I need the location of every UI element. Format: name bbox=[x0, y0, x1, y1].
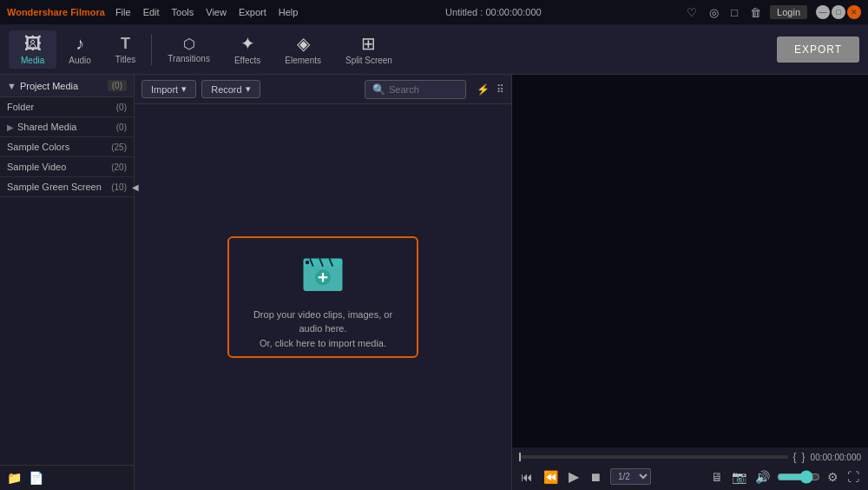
main-toolbar: 🖼 Media ♪ Audio T Titles ⬡ Transitions ✦… bbox=[0, 24, 868, 75]
record-chevron-icon: ▾ bbox=[246, 83, 251, 95]
preview-controls: { } 00:00:00:000 ⏮ ⏪ ▶ ⏹ 1/2 1/4 Full 🖥 … bbox=[512, 447, 868, 490]
project-media-count: (0) bbox=[108, 80, 127, 91]
toolbar-effects[interactable]: ✦ Effects bbox=[222, 30, 273, 69]
menu-bar: File Edit Tools View Export Help bbox=[110, 5, 303, 19]
elements-label: Elements bbox=[285, 56, 321, 65]
sample-video-count: (20) bbox=[111, 162, 127, 172]
center-icons: ⚡ ⠿ bbox=[477, 83, 504, 96]
record-button[interactable]: Record ▾ bbox=[201, 80, 260, 98]
frame-back-button[interactable]: ⏪ bbox=[542, 468, 560, 486]
window-controls: — □ ✕ bbox=[816, 5, 861, 19]
media-icon: 🖼 bbox=[24, 34, 42, 54]
toolbar-splitscreen[interactable]: ⊞ Split Screen bbox=[333, 30, 404, 69]
snapshot-icon[interactable]: 📷 bbox=[730, 468, 748, 486]
import-button[interactable]: Import ▾ bbox=[141, 80, 196, 98]
fullscreen-icon[interactable]: ⛶ bbox=[845, 468, 861, 486]
sidebar-item-sample-green-screen[interactable]: Sample Green Screen (10) ◀ bbox=[0, 177, 134, 197]
preview-right-controls: 🖥 📷 🔊 ⚙ ⛶ bbox=[709, 468, 861, 486]
transitions-icon: ⬡ bbox=[183, 36, 195, 52]
skip-back-button[interactable]: ⏮ bbox=[519, 468, 535, 486]
drop-zone[interactable]: Drop your video clips, images, or audio … bbox=[227, 236, 418, 358]
app-logo: Wondershare Filmora bbox=[7, 7, 105, 17]
left-panel-bottom: 📁 📄 bbox=[0, 465, 134, 490]
maximize-button[interactable]: □ bbox=[832, 5, 845, 19]
audio-label: Audio bbox=[69, 56, 91, 65]
drop-zone-text: Drop your video clips, images, or audio … bbox=[243, 308, 403, 351]
refresh-icon[interactable]: ◎ bbox=[706, 4, 722, 21]
add-folder-button[interactable]: 📁 bbox=[7, 471, 22, 485]
sample-colors-count: (25) bbox=[111, 142, 127, 152]
arrow-icon: ▶ bbox=[7, 122, 14, 132]
play-button[interactable]: ▶ bbox=[567, 467, 581, 487]
right-panel: { } 00:00:00:000 ⏮ ⏪ ▶ ⏹ 1/2 1/4 Full 🖥 … bbox=[512, 75, 868, 490]
progress-marker bbox=[519, 453, 521, 461]
audio-icon: ♪ bbox=[76, 34, 84, 54]
bracket-right-icon[interactable]: } bbox=[802, 451, 806, 463]
volume-slider[interactable] bbox=[777, 470, 820, 484]
import-chevron-icon: ▾ bbox=[181, 83, 187, 95]
shared-media-label: Shared Media bbox=[17, 122, 116, 132]
collapse-arrow[interactable]: ◀ bbox=[132, 182, 139, 192]
toolbar-divider bbox=[151, 34, 152, 65]
volume-icon[interactable]: 🔊 bbox=[753, 468, 772, 486]
sidebar-item-folder[interactable]: Folder (0) bbox=[0, 97, 134, 117]
menu-tools[interactable]: Tools bbox=[167, 5, 200, 19]
trash-icon[interactable]: 🗑 bbox=[746, 4, 765, 21]
search-box[interactable]: 🔍 bbox=[365, 80, 466, 99]
filter-icon[interactable]: ⚡ bbox=[477, 83, 490, 96]
toolbar-audio[interactable]: ♪ Audio bbox=[56, 30, 103, 69]
menu-help[interactable]: Help bbox=[273, 5, 304, 19]
titles-icon: T bbox=[121, 35, 130, 53]
menu-edit[interactable]: Edit bbox=[138, 5, 165, 19]
title-bar-right: ♡ ◎ □ 🗑 Login — □ ✕ bbox=[683, 4, 861, 21]
window-title: Untitled : 00:00:00:000 bbox=[445, 7, 542, 17]
toolbar-transitions[interactable]: ⬡ Transitions bbox=[155, 32, 222, 67]
record-label: Record bbox=[211, 84, 241, 95]
center-toolbar: Import ▾ Record ▾ 🔍 ⚡ ⠿ bbox=[135, 75, 511, 104]
login-button[interactable]: Login bbox=[770, 5, 807, 19]
menu-view[interactable]: View bbox=[201, 5, 232, 19]
settings-icon[interactable]: ⚙ bbox=[825, 468, 840, 486]
project-media-title: Project Media bbox=[20, 81, 108, 91]
transitions-label: Transitions bbox=[168, 54, 210, 63]
titles-label: Titles bbox=[115, 55, 136, 64]
import-label: Import bbox=[151, 84, 178, 95]
heart-icon[interactable]: ♡ bbox=[683, 4, 700, 21]
close-button[interactable]: ✕ bbox=[847, 5, 861, 19]
progress-row: { } 00:00:00:000 bbox=[519, 451, 861, 463]
drop-zone-container: Drop your video clips, images, or audio … bbox=[135, 104, 511, 490]
shared-media-count: (0) bbox=[116, 122, 127, 132]
search-input[interactable] bbox=[389, 84, 458, 95]
main-layout: ▼ Project Media (0) Folder (0) ▶ Shared … bbox=[0, 75, 868, 490]
folder-icon: ▼ bbox=[7, 81, 16, 91]
toolbar-media[interactable]: 🖼 Media bbox=[9, 30, 56, 69]
toolbar-elements[interactable]: ◈ Elements bbox=[273, 30, 333, 69]
splitscreen-icon: ⊞ bbox=[361, 33, 376, 54]
sample-video-label: Sample Video bbox=[7, 162, 111, 172]
toolbar-titles[interactable]: T Titles bbox=[103, 31, 148, 68]
stop-button[interactable]: ⏹ bbox=[588, 468, 603, 486]
sidebar-item-shared-media[interactable]: ▶ Shared Media (0) bbox=[0, 117, 134, 137]
sidebar-item-sample-colors[interactable]: Sample Colors (25) bbox=[0, 137, 134, 157]
menu-file[interactable]: File bbox=[110, 5, 136, 19]
save-icon[interactable]: □ bbox=[727, 4, 741, 21]
center-panel: Import ▾ Record ▾ 🔍 ⚡ ⠿ bbox=[135, 75, 512, 490]
title-bar: Wondershare Filmora File Edit Tools View… bbox=[0, 0, 868, 24]
export-button[interactable]: EXPORT bbox=[777, 36, 859, 63]
add-file-button[interactable]: 📄 bbox=[29, 471, 43, 485]
progress-bar[interactable] bbox=[519, 455, 788, 459]
project-media-header: ▼ Project Media (0) bbox=[0, 75, 134, 97]
elements-icon: ◈ bbox=[297, 33, 310, 54]
bracket-left-icon[interactable]: { bbox=[793, 451, 797, 463]
scale-select[interactable]: 1/2 1/4 Full bbox=[610, 468, 651, 485]
search-icon: 🔍 bbox=[372, 83, 385, 96]
grid-icon[interactable]: ⠿ bbox=[496, 83, 504, 96]
effects-label: Effects bbox=[234, 56, 260, 65]
folder-label: Folder bbox=[7, 102, 116, 112]
splitscreen-label: Split Screen bbox=[345, 56, 392, 65]
sidebar-item-sample-video[interactable]: Sample Video (20) bbox=[0, 157, 134, 177]
monitor-icon[interactable]: 🖥 bbox=[709, 468, 725, 486]
sample-green-screen-count: (10) bbox=[111, 182, 127, 192]
menu-export[interactable]: Export bbox=[233, 5, 272, 19]
minimize-button[interactable]: — bbox=[816, 5, 830, 19]
